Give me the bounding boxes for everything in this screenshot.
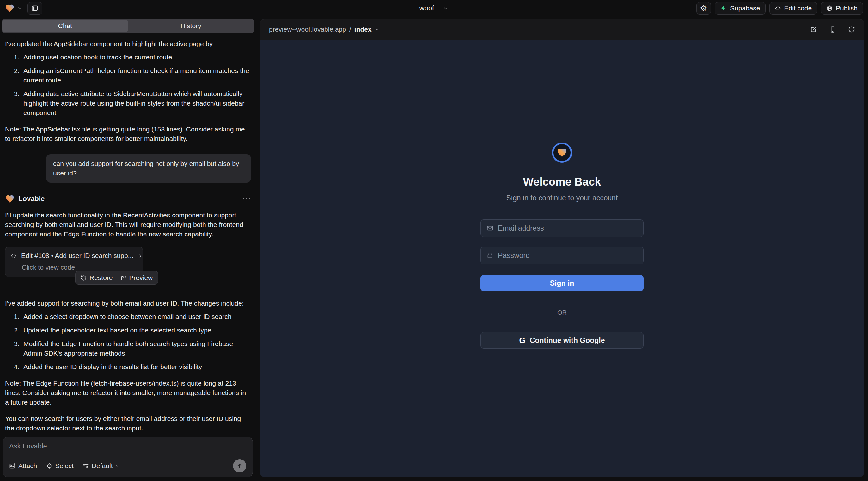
arrow-up-icon (237, 463, 243, 469)
code-icon (775, 5, 781, 11)
image-plus-icon (9, 463, 16, 469)
preview-actions (810, 26, 855, 33)
list-item: 3. Modified the Edge Function to handle … (14, 339, 251, 358)
numbered-list: 1. Adding useLocation hook to track the … (5, 53, 251, 118)
or-label: OR (557, 309, 567, 316)
preview-button[interactable]: Preview (120, 273, 153, 283)
chevron-down-icon (443, 5, 448, 11)
publish-button[interactable]: Publish (821, 2, 863, 14)
list-number: 1. (14, 53, 23, 62)
list-number: 2. (14, 325, 23, 335)
assistant-note: Note: The AppSidebar.tsx file is getting… (5, 125, 251, 143)
supabase-bolt-icon (720, 5, 727, 12)
chat-sidebar: Chat History I've updated the AppSidebar… (0, 17, 256, 481)
list-text: Modified the Edge Function to handle bot… (23, 339, 251, 358)
supabase-button[interactable]: Supabase (715, 2, 766, 14)
preview-header: preview--woof.lovable.app / index (260, 19, 864, 39)
chevron-down-icon (17, 6, 22, 11)
list-text: Adding data-active attribute to SidebarM… (23, 89, 251, 118)
password-field[interactable] (480, 247, 644, 264)
email-input[interactable] (498, 224, 638, 233)
continue-with-google-button[interactable]: G Continue with Google (480, 332, 644, 349)
or-divider: OR (480, 309, 644, 316)
mode-selector[interactable]: Default (83, 462, 120, 470)
message-menu-button[interactable]: ⋯ (242, 196, 251, 202)
user-message-text: can you add support for searching not on… (53, 160, 239, 177)
open-in-new-tab-icon[interactable] (810, 26, 817, 33)
google-g-icon: G (519, 336, 525, 345)
list-item: 2. Updated the placeholder text based on… (14, 325, 251, 335)
composer-toolbar: Attach Select Default (9, 459, 246, 473)
password-input[interactable] (498, 251, 638, 260)
list-text: Added the user ID display in the results… (23, 362, 251, 372)
topbar-actions: ⚙ Supabase Edit code Publish (696, 2, 863, 14)
lovable-logo-menu[interactable] (5, 3, 22, 13)
list-text: Updated the placeholder text based on th… (23, 325, 251, 335)
restore-icon (81, 275, 87, 281)
edit-code-label: Edit code (784, 4, 812, 12)
tab-history[interactable]: History (128, 20, 254, 32)
project-name: woof (420, 4, 434, 12)
assistant-paragraph: You can now search for users by either t… (5, 414, 251, 433)
restore-button[interactable]: Restore (81, 273, 113, 283)
preview-url-host: preview--woof.lovable.app (269, 26, 346, 33)
main-split: Chat History I've updated the AppSidebar… (0, 17, 868, 481)
sliders-icon (83, 463, 89, 469)
mobile-view-icon[interactable] (829, 26, 836, 33)
numbered-list: 1. Added a select dropdown to choose bet… (5, 312, 251, 372)
restore-label: Restore (89, 273, 113, 283)
auth-card: Welcome Back Sign in to continue to your… (480, 39, 644, 349)
assistant-note: Note: The Edge Function file (fetch-fire… (5, 379, 251, 407)
edit-card-wrap: Edit #108 • Add user ID search supp... C… (5, 247, 143, 277)
assistant-paragraph: I'll update the search functionality in … (5, 211, 251, 239)
assistant-message-header: Lovable ⋯ (5, 194, 251, 203)
url-separator: / (349, 26, 351, 33)
chevron-down-icon (115, 463, 120, 468)
chevron-right-icon (138, 253, 143, 258)
assistant-paragraph: I've added support for searching by both… (5, 299, 251, 308)
version-actions-pill: Restore Preview (75, 271, 158, 285)
email-field[interactable] (480, 219, 644, 237)
project-switcher[interactable]: woof (420, 0, 448, 17)
list-item: 2. Adding an isCurrentPath helper functi… (14, 66, 251, 85)
lock-icon (487, 252, 493, 259)
globe-icon (826, 5, 833, 11)
preview-url-dropdown[interactable]: preview--woof.lovable.app / index (269, 26, 380, 33)
list-number: 3. (14, 89, 23, 118)
preview-label: Preview (129, 273, 153, 283)
attach-label: Attach (18, 462, 37, 470)
list-number: 3. (14, 339, 23, 358)
app-logo (552, 142, 572, 163)
preview-pane: preview--woof.lovable.app / index (260, 19, 864, 477)
list-item: 1. Added a select dropdown to choose bet… (14, 312, 251, 321)
select-element-button[interactable]: Select (46, 462, 74, 470)
assistant-name: Lovable (18, 194, 44, 203)
list-item: 3. Adding data-active attribute to Sideb… (14, 89, 251, 118)
select-label: Select (55, 462, 74, 470)
target-icon (46, 463, 53, 469)
list-number: 1. (14, 312, 23, 321)
lovable-heart-icon (5, 3, 14, 13)
google-label: Continue with Google (530, 336, 605, 345)
auth-title: Welcome Back (523, 175, 601, 188)
user-message-bubble: can you add support for searching not on… (46, 154, 251, 183)
send-button[interactable] (233, 459, 246, 473)
external-link-icon (120, 275, 126, 281)
settings-button[interactable]: ⚙ (696, 2, 711, 14)
sidebar-panel-icon (31, 5, 38, 12)
composer: Attach Select Default (3, 437, 253, 477)
list-number: 2. (14, 66, 23, 85)
refresh-icon[interactable] (848, 26, 855, 33)
list-item: 1. Adding useLocation hook to track the … (14, 53, 251, 62)
chat-input[interactable] (9, 442, 246, 450)
chevron-down-icon (375, 27, 380, 32)
chat-history-tabs: Chat History (2, 19, 254, 33)
lovable-heart-icon (5, 194, 14, 203)
toggle-sidebar-button[interactable] (27, 2, 42, 14)
assistant-paragraph: I've updated the AppSidebar component to… (5, 39, 251, 49)
tab-chat[interactable]: Chat (2, 20, 128, 32)
list-text: Adding an isCurrentPath helper function … (23, 66, 251, 85)
edit-code-button[interactable]: Edit code (769, 2, 817, 14)
attach-button[interactable]: Attach (9, 462, 37, 470)
sign-in-button[interactable]: Sign in (480, 275, 644, 291)
